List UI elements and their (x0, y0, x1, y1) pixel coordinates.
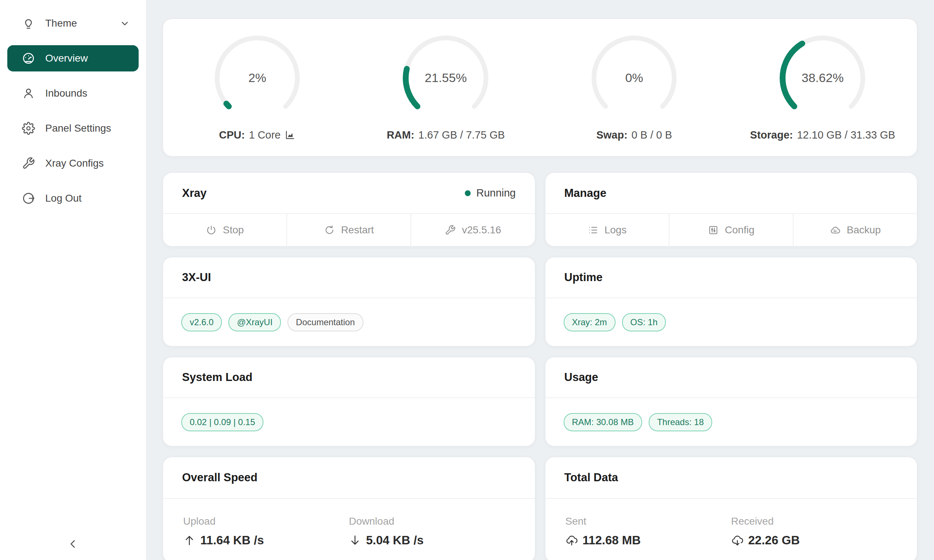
upload-label: Upload (183, 515, 349, 527)
uptime-card: Uptime Xray: 2m OS: 1h (545, 257, 918, 347)
sidebar-item-label: Overview (45, 52, 130, 64)
manage-card: Manage Logs Config (545, 172, 918, 247)
xray-uptime-tag: Xray: 2m (564, 313, 615, 331)
xray-version-button[interactable]: v25.5.16 (410, 214, 535, 246)
os-uptime-tag: OS: 1h (622, 313, 666, 331)
arrow-down-icon (349, 534, 361, 546)
xray-card-title: Xray (182, 187, 207, 200)
wrench-icon (445, 225, 456, 235)
upload-value: 11.64 KB /s (200, 533, 264, 547)
list-icon (587, 225, 598, 235)
upload-speed-stat: Upload 11.64 KB /s (183, 515, 349, 560)
system-stats-card: 2% CPU: 1 Core 21.55% RAM: 1.67 GB / 7 (162, 18, 918, 157)
swap-gauge: 0% Swap: 0 B / 0 B (540, 34, 729, 141)
bulb-icon (22, 17, 35, 30)
download-label: Download (349, 515, 515, 527)
overall-speed-card-title: Overall Speed (182, 471, 257, 484)
cpu-label: CPU: 1 Core (219, 129, 296, 141)
user-icon (22, 87, 35, 100)
swap-label: Swap: 0 B / 0 B (596, 129, 672, 141)
system-load-card: System Load 0.02 | 0.09 | 0.15 (162, 357, 536, 447)
usage-card: Usage RAM: 30.08 MB Threads: 18 (545, 357, 918, 447)
arrow-up-icon (183, 534, 196, 546)
sidebar-item-overview[interactable]: Overview (7, 45, 139, 71)
sidebar-item-label: Inbounds (45, 88, 130, 99)
running-status-dot (465, 190, 471, 196)
main-content: 2% CPU: 1 Core 21.55% RAM: 1.67 GB / 7 (146, 0, 934, 560)
power-icon (206, 225, 217, 235)
sidebar-item-panel-settings[interactable]: Panel Settings (7, 115, 139, 142)
ram-label: RAM: 1.67 GB / 7.75 GB (387, 129, 505, 141)
config-button[interactable]: Config (669, 214, 793, 246)
sent-data-stat: Sent 112.68 MB (566, 515, 731, 560)
dashboard-icon (22, 52, 35, 65)
sent-value: 112.68 MB (583, 533, 641, 547)
xray-card: Xray Running Stop Restart (162, 172, 536, 247)
logout-icon (22, 192, 35, 205)
storage-gauge: 38.62% Storage: 12.10 GB / 31.33 GB (729, 34, 917, 141)
app-info-card: 3X-UI v2.6.0 @XrayUI Documentation (162, 257, 536, 347)
cpu-gauge: 2% CPU: 1 Core (163, 34, 352, 141)
sidebar-item-theme[interactable]: Theme (7, 10, 139, 37)
download-value: 5.04 KB /s (366, 533, 424, 547)
sidebar-item-label: Log Out (45, 192, 130, 204)
sidebar-item-inbounds[interactable]: Inbounds (7, 80, 139, 106)
xrayui-tag[interactable]: @XrayUI (228, 313, 281, 331)
gear-icon (22, 122, 35, 135)
logs-button[interactable]: Logs (546, 214, 669, 246)
chevron-down-icon (120, 18, 130, 28)
app-info-card-title: 3X-UI (182, 271, 211, 284)
sliders-icon (708, 225, 719, 235)
restart-icon (324, 225, 335, 235)
threads-tag: Threads: 18 (649, 413, 712, 431)
usage-card-title: Usage (564, 371, 598, 384)
overall-speed-card: Overall Speed Upload 11.64 KB /s Downloa… (162, 457, 536, 560)
sidebar-collapse-button[interactable] (0, 537, 146, 551)
backup-button[interactable]: Backup (793, 214, 917, 246)
cloud-upload-icon (566, 534, 578, 546)
storage-label: Storage: 12.10 GB / 31.33 GB (750, 129, 895, 141)
restart-button[interactable]: Restart (287, 214, 410, 246)
sidebar: Theme Overview Inbounds Panel Settings X… (0, 0, 146, 560)
sidebar-item-log-out[interactable]: Log Out (7, 185, 139, 211)
uptime-card-title: Uptime (564, 271, 603, 284)
sidebar-item-label: Xray Configs (45, 157, 130, 169)
manage-card-title: Manage (564, 187, 606, 200)
documentation-tag[interactable]: Documentation (288, 313, 363, 331)
received-label: Received (731, 515, 897, 527)
cloud-download-icon (731, 534, 744, 546)
download-speed-stat: Download 5.04 KB /s (349, 515, 515, 560)
xray-status: Running (465, 187, 516, 199)
chevron-left-icon (66, 537, 80, 551)
ram-percent: 21.55% (402, 34, 490, 122)
swap-percent: 0% (590, 34, 678, 122)
received-value: 22.26 GB (748, 533, 800, 547)
ram-usage-tag: RAM: 30.08 MB (564, 413, 642, 431)
sidebar-item-label: Panel Settings (45, 123, 130, 134)
total-data-card: Total Data Sent 112.68 MB Received (545, 457, 918, 560)
received-data-stat: Received 22.26 GB (731, 515, 897, 560)
cpu-percent: 2% (213, 34, 301, 122)
system-load-card-title: System Load (182, 371, 253, 384)
load-average-tag: 0.02 | 0.09 | 0.15 (181, 413, 264, 431)
status-label: Running (476, 187, 516, 199)
sidebar-item-xray-configs[interactable]: Xray Configs (7, 150, 139, 177)
version-tag[interactable]: v2.6.0 (181, 313, 222, 331)
sent-label: Sent (566, 515, 731, 527)
ram-gauge: 21.55% RAM: 1.67 GB / 7.75 GB (352, 34, 540, 141)
sidebar-item-label: Theme (45, 17, 109, 29)
cloud-icon (830, 225, 841, 235)
area-chart-icon[interactable] (285, 129, 296, 140)
total-data-card-title: Total Data (564, 471, 618, 484)
storage-percent: 38.62% (779, 34, 866, 122)
stop-button[interactable]: Stop (163, 214, 287, 246)
wrench-icon (22, 157, 35, 170)
